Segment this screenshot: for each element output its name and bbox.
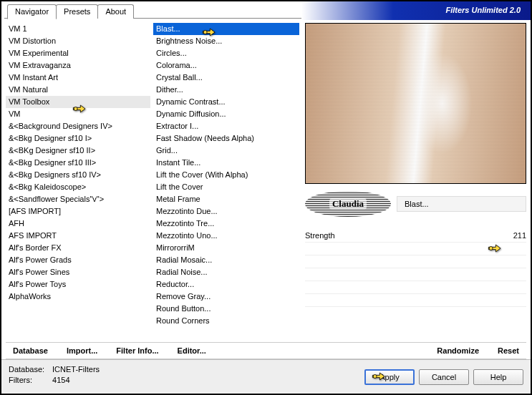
dialog-buttons: Apply Cancel Help bbox=[364, 364, 523, 389]
param-row-empty bbox=[305, 268, 526, 281]
author-logo-text: Claudia bbox=[329, 198, 367, 210]
list-item[interactable]: VM Toolbox bbox=[6, 96, 150, 108]
parameter-area: Strength 211 bbox=[305, 228, 526, 307]
tab-navigator[interactable]: Navigator bbox=[7, 4, 57, 19]
list-item[interactable]: Mezzotinto Tre... bbox=[153, 218, 299, 230]
param-row-empty bbox=[305, 243, 526, 255]
tab-presets[interactable]: Presets bbox=[56, 4, 98, 19]
reset-button[interactable]: Reset bbox=[498, 346, 519, 355]
list-item[interactable]: &<Bkg Designers sf10 IV> bbox=[6, 169, 150, 181]
list-item[interactable]: Fast Shadow (Needs Alpha) bbox=[153, 132, 299, 145]
list-item[interactable]: Alf's Power Grads bbox=[6, 254, 150, 266]
list-item[interactable]: Alf's Power Sines bbox=[6, 266, 150, 278]
list-item[interactable]: Radial Noise... bbox=[153, 266, 299, 278]
list-item[interactable]: Dither... bbox=[153, 84, 299, 96]
list-item[interactable]: Extractor I... bbox=[153, 120, 299, 132]
apply-button[interactable]: Apply bbox=[364, 369, 415, 385]
param-row-strength[interactable]: Strength 211 bbox=[305, 228, 526, 243]
list-item[interactable]: VM Distortion bbox=[6, 35, 150, 47]
app-title: Filters Unlimited 2.0 bbox=[445, 6, 521, 14]
effect-name-text: Blast... bbox=[405, 200, 429, 208]
list-item[interactable]: Colorama... bbox=[153, 59, 299, 72]
list-item[interactable]: Lift the Cover bbox=[153, 181, 299, 193]
status-filters-value: 4154 bbox=[52, 376, 69, 384]
list-item[interactable]: VM Instant Art bbox=[6, 72, 150, 84]
list-item[interactable]: Radial Mosaic... bbox=[153, 254, 299, 266]
list-item[interactable]: Brightness Noise... bbox=[153, 35, 299, 47]
list-item[interactable]: &<BKg Designer sf10 II> bbox=[6, 145, 150, 157]
randomize-button[interactable]: Randomize bbox=[437, 346, 479, 355]
list-item[interactable]: Remove Gray... bbox=[153, 291, 299, 303]
list-item[interactable]: Mezzotinto Uno... bbox=[153, 230, 299, 242]
list-item[interactable]: VM bbox=[6, 108, 150, 120]
list-item[interactable]: VM Extravaganza bbox=[6, 59, 150, 72]
import-button[interactable]: Import... bbox=[67, 346, 97, 355]
list-item[interactable]: Crystal Ball... bbox=[153, 72, 299, 84]
list-item[interactable]: Grid... bbox=[153, 145, 299, 157]
editor-button[interactable]: Editor... bbox=[178, 346, 206, 355]
preview-column: Claudia Blast... Strength 211 bbox=[302, 23, 526, 341]
list-item[interactable]: Reductor... bbox=[153, 278, 299, 291]
effect-name-field: Blast... bbox=[397, 196, 526, 212]
list-item[interactable]: Lift the Cover (With Alpha) bbox=[153, 169, 299, 181]
list-item[interactable]: Dynamic Diffusion... bbox=[153, 108, 299, 120]
list-item[interactable]: &<Bkg Designer sf10 I> bbox=[6, 132, 150, 145]
param-label: Strength bbox=[305, 231, 500, 240]
list-item[interactable]: Alf's Border FX bbox=[6, 242, 150, 254]
list-item[interactable]: &<Bkg Kaleidoscope> bbox=[6, 181, 150, 193]
list-item[interactable]: VM Experimental bbox=[6, 47, 150, 59]
filter-column: Blast...Brightness Noise...Circles...Col… bbox=[153, 23, 299, 341]
author-logo: Claudia bbox=[305, 191, 391, 217]
category-list[interactable]: VM 1VM DistortionVM ExperimentalVM Extra… bbox=[6, 23, 150, 341]
list-item[interactable]: AFS IMPORT bbox=[6, 230, 150, 242]
list-item[interactable]: Blast... bbox=[153, 23, 299, 35]
list-item[interactable]: &<Background Designers IV> bbox=[6, 120, 150, 132]
list-item[interactable]: Round Corners bbox=[153, 315, 299, 327]
list-item[interactable]: Circles... bbox=[153, 47, 299, 59]
param-row-empty bbox=[305, 281, 526, 294]
list-item[interactable]: Dynamic Contrast... bbox=[153, 96, 299, 108]
status-area: Database: ICNET-Filters Filters: 4154 bbox=[9, 364, 364, 389]
preview-image bbox=[305, 23, 526, 184]
tab-bar: NavigatorPresetsAbout bbox=[7, 4, 133, 19]
list-item[interactable]: Alf's Power Toys bbox=[6, 278, 150, 291]
cancel-button[interactable]: Cancel bbox=[419, 369, 469, 385]
param-value: 211 bbox=[500, 231, 526, 240]
list-item[interactable]: [AFS IMPORT] bbox=[6, 205, 150, 218]
database-button[interactable]: Database bbox=[13, 346, 48, 355]
status-db-label: Database: bbox=[9, 364, 50, 375]
list-item[interactable]: AlphaWorks bbox=[6, 291, 150, 303]
list-item[interactable]: Metal Frame bbox=[153, 193, 299, 205]
list-item[interactable]: &<Bkg Designer sf10 III> bbox=[6, 157, 150, 169]
footer: Database: ICNET-Filters Filters: 4154 Ap… bbox=[1, 359, 531, 394]
list-item[interactable]: Mezzotinto Due... bbox=[153, 205, 299, 218]
list-item[interactable]: AFH bbox=[6, 218, 150, 230]
filter-list[interactable]: Blast...Brightness Noise...Circles...Col… bbox=[153, 23, 299, 341]
param-row-empty bbox=[305, 255, 526, 268]
tab-about[interactable]: About bbox=[97, 4, 134, 19]
toolbar: Database Import... Filter Info... Editor… bbox=[6, 342, 526, 359]
main-area: VM 1VM DistortionVM ExperimentalVM Extra… bbox=[1, 20, 531, 341]
filter-info-button[interactable]: Filter Info... bbox=[116, 346, 158, 355]
header: NavigatorPresetsAbout Filters Unlimited … bbox=[1, 1, 531, 20]
app-title-banner: Filters Unlimited 2.0 bbox=[301, 1, 531, 20]
status-db-value: ICNET-Filters bbox=[52, 365, 100, 374]
list-item[interactable]: Round Button... bbox=[153, 303, 299, 315]
effect-header: Claudia Blast... bbox=[305, 190, 526, 218]
help-button[interactable]: Help bbox=[473, 369, 523, 385]
category-column: VM 1VM DistortionVM ExperimentalVM Extra… bbox=[6, 23, 150, 341]
list-item[interactable]: VM Natural bbox=[6, 84, 150, 96]
list-item[interactable]: VM 1 bbox=[6, 23, 150, 35]
list-item[interactable]: &<Sandflower Specials"v"> bbox=[6, 193, 150, 205]
list-item[interactable]: MirrororriM bbox=[153, 242, 299, 254]
status-filters-label: Filters: bbox=[9, 375, 50, 386]
list-item[interactable]: Instant Tile... bbox=[153, 157, 299, 169]
param-row-empty bbox=[305, 294, 526, 307]
